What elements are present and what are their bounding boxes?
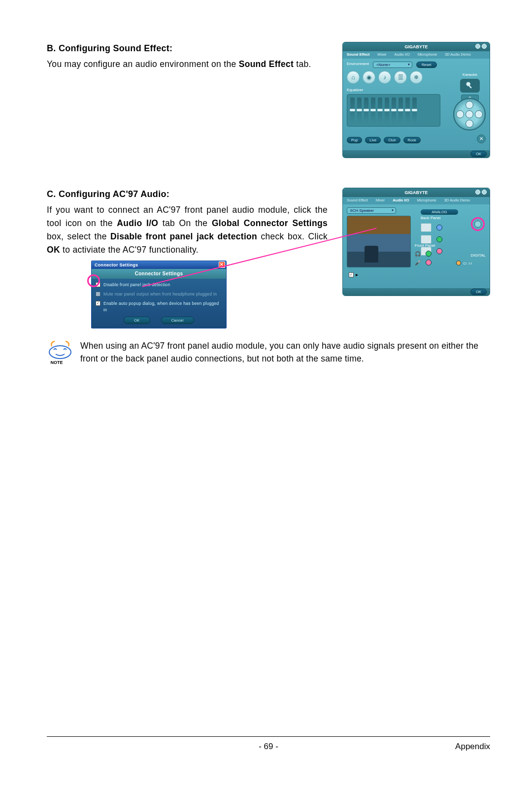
tab-microphone[interactable]: Microphone [413, 197, 440, 204]
digital-label: DIGITAL [456, 253, 486, 258]
preset-button[interactable]: Pop [347, 137, 362, 143]
eq-slider[interactable] [399, 98, 403, 123]
text: box, select the [47, 231, 110, 241]
digital-section: DIGITAL ▭ ♪♪ [456, 253, 486, 265]
ok-button[interactable]: OK [470, 289, 487, 295]
jack-dot-icon[interactable] [436, 225, 442, 230]
tool-icon[interactable] [474, 221, 481, 228]
section-b-heading: B. Configuring Sound Effect: [47, 42, 328, 56]
panel-brand: GIGABYTE [404, 44, 428, 49]
minimize-icon[interactable] [475, 44, 480, 49]
wheel-close-icon[interactable]: ✕ [477, 134, 486, 143]
checkbox-icon[interactable] [96, 292, 100, 296]
panel-titlebar: GIGABYTE [343, 188, 490, 197]
wheel-center-icon[interactable] [466, 110, 473, 118]
svg-point-2 [49, 346, 71, 359]
sound-effect-panel: GIGABYTE Sound Effect Mixer Audio I/O Mi… [342, 42, 490, 158]
jack-dot-icon[interactable] [426, 251, 432, 257]
digital-dot-icon[interactable] [456, 261, 461, 265]
wheel-left-icon[interactable] [456, 110, 464, 118]
close-icon[interactable] [482, 190, 487, 195]
jack-dot-icon[interactable] [436, 236, 442, 242]
eq-slider[interactable] [350, 98, 355, 123]
wheel-up-icon[interactable] [466, 101, 473, 109]
effect-icon[interactable]: ♪ [378, 71, 391, 84]
jack-row: 🎧 [415, 251, 452, 257]
reset-button[interactable]: Reset [416, 62, 437, 68]
front-panel-section: Front Panel 🎧 🎤 [415, 243, 452, 265]
tab-audio-io[interactable]: Audio I/O [389, 197, 413, 204]
tab-sound-effect[interactable]: Sound Effect [343, 197, 372, 204]
speaker-dropdown[interactable]: 6CH Speaker [347, 207, 396, 214]
preset-button[interactable]: Live [365, 137, 381, 143]
environment-row: Environment <None> Reset [347, 62, 486, 68]
equalizer[interactable] [347, 94, 440, 127]
tab-3d-audio[interactable]: 3D Audio Demo [440, 197, 474, 204]
text: tab. [294, 59, 311, 69]
window-controls [475, 44, 487, 49]
preset-row: Pop Live Club Rock [347, 137, 421, 143]
environment-dropdown[interactable]: <None> [373, 62, 412, 68]
eq-slider[interactable] [371, 98, 375, 123]
bold-text: Global Connector Settings [212, 218, 328, 228]
tab-audio-io[interactable]: Audio I/O [391, 51, 414, 59]
eq-slider[interactable] [364, 98, 368, 123]
close-icon[interactable] [482, 44, 487, 49]
headphone-icon: 🎧 [415, 251, 421, 257]
note-label: NOTE [47, 360, 66, 365]
wheel-right-icon[interactable] [475, 110, 483, 118]
effect-icon[interactable]: ❄ [410, 71, 423, 84]
bottom-check[interactable]: ✓ ▸ [349, 272, 358, 277]
eq-slider[interactable] [385, 98, 389, 123]
tab-sound-effect[interactable]: Sound Effect [343, 51, 373, 59]
dialog-option[interactable]: ✓ Enable auto popup dialog, when device … [96, 300, 222, 313]
jack-row [421, 235, 458, 244]
jack-dot-icon[interactable] [426, 260, 432, 265]
eq-slider[interactable] [378, 98, 382, 123]
dialog-title: Connector Settings [95, 263, 138, 267]
eq-slider[interactable] [357, 98, 362, 123]
checkbox-icon[interactable]: ✓ [96, 301, 100, 306]
tab-mixer[interactable]: Mixer [373, 51, 390, 59]
option-label: Mute rear panel output when front headph… [103, 291, 217, 297]
page-number: - 69 - [259, 742, 278, 752]
page-footer: - 69 - Appendix [47, 736, 490, 752]
eq-slider[interactable] [392, 98, 396, 123]
effect-icon[interactable]: ◉ [363, 71, 375, 84]
tab-3d-audio[interactable]: 3D Audio Demo [441, 51, 475, 59]
bold-text: OK [47, 245, 60, 255]
dialog-titlebar: Connector Settings ✕ [92, 261, 226, 269]
window-controls [475, 190, 487, 195]
note-icon: NOTE [47, 339, 73, 364]
minimize-icon[interactable] [475, 190, 480, 195]
bold-text: Disable front panel jack detection [110, 231, 257, 241]
front-panel-label: Front Panel [415, 243, 452, 248]
preset-button[interactable]: Rock [403, 137, 421, 143]
panel-tabs: Sound Effect Mixer Audio I/O Microphone … [343, 51, 490, 59]
wheel-down-icon[interactable] [466, 120, 473, 128]
tab-microphone[interactable]: Microphone [414, 51, 441, 59]
dialog-ok-button[interactable]: OK [124, 317, 150, 325]
microphone-icon[interactable] [460, 79, 480, 93]
jack-row [421, 223, 458, 232]
eq-slider[interactable] [405, 98, 410, 123]
tab-mixer[interactable]: Mixer [372, 197, 389, 204]
eq-slider[interactable] [412, 98, 417, 123]
ok-button[interactable]: OK [470, 151, 487, 157]
back-panel-label: Back Panel [421, 216, 458, 220]
section-b-paragraph: You may configure an audio environment o… [47, 58, 328, 71]
effect-icon[interactable]: ☰ [394, 71, 407, 84]
control-wheel[interactable] [453, 98, 486, 131]
highlight-circle-icon [471, 217, 485, 231]
checkbox-icon[interactable]: ✓ [349, 272, 354, 277]
dialog-cancel-button[interactable]: Cancel [161, 317, 194, 325]
text: check box. Click [257, 231, 328, 241]
bold-text: Sound Effect [239, 59, 294, 69]
text: to activiate the AC'97 functionality. [60, 245, 199, 255]
section-c-heading: C. Configuring AC'97 Audio: [47, 188, 328, 201]
section-c-paragraph: If you want to connect an AC'97 front pa… [47, 203, 328, 257]
bottom-check-icon: ▸ [356, 272, 358, 277]
effect-icon[interactable]: ⌂ [347, 71, 360, 84]
dialog-option[interactable]: Mute rear panel output when front headph… [96, 291, 222, 297]
preset-button[interactable]: Club [384, 137, 400, 143]
